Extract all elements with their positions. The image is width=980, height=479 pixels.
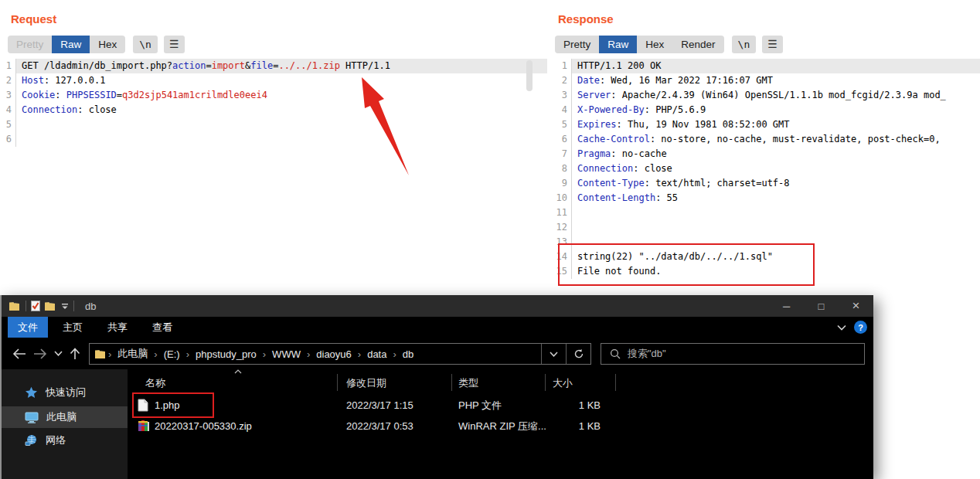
- response-line[interactable]: 14string(22) "../data/db/../../1.sql": [549, 250, 980, 264]
- address-dropdown-chevron-icon[interactable]: [541, 344, 566, 364]
- response-line[interactable]: 6Cache-Control: no-store, no-cache, must…: [549, 132, 980, 147]
- explorer-titlebar[interactable]: db ─□×: [2, 295, 873, 317]
- line-text: Cache-Control: no-store, no-cache, must-…: [571, 132, 980, 147]
- line-text: Content-Length: 55: [571, 191, 980, 206]
- address-bar[interactable]: ›此电脑›(E:)›phpstudy_pro›WWW›diaoyu6›data›…: [89, 343, 591, 365]
- folder-icon[interactable]: [45, 301, 56, 311]
- history-dropdown-icon[interactable]: [54, 351, 63, 356]
- toolbar-dropdown-icon[interactable]: [61, 303, 69, 310]
- line-number: 12: [549, 220, 571, 235]
- response-line[interactable]: 10Content-Length: 55: [549, 191, 980, 206]
- response-line[interactable]: 5Expires: Thu, 19 Nov 1981 08:52:00 GMT: [549, 117, 980, 132]
- line-number: 6: [549, 132, 571, 147]
- hamburger-menu-icon[interactable]: ☰: [762, 36, 783, 53]
- request-line[interactable]: 5: [0, 117, 547, 132]
- column-header-0[interactable]: 名称: [145, 372, 165, 393]
- column-header-2[interactable]: 类型: [458, 372, 478, 393]
- line-text: Cookie: PHPSESSID=q3d2sjp541am1crilmdle0…: [15, 88, 547, 103]
- request-line[interactable]: 3Cookie: PHPSESSID=q3d2sjp541am1crilmdle…: [0, 88, 547, 103]
- breadcrumb-separator: ›: [107, 348, 113, 360]
- response-line[interactable]: 3Server: Apache/2.4.39 (Win64) OpenSSL/1…: [549, 88, 980, 103]
- request-scrollbar-thumb[interactable]: [526, 60, 533, 91]
- request-line[interactable]: 6: [0, 132, 547, 147]
- line-text: HTTP/1.1 200 OK: [571, 59, 980, 73]
- tab-hex[interactable]: Hex: [637, 36, 672, 53]
- breadcrumb-item[interactable]: WWW: [267, 348, 305, 360]
- tab-render[interactable]: Render: [672, 36, 723, 53]
- response-line[interactable]: 15File not found.: [549, 264, 980, 279]
- breadcrumb-item[interactable]: (E:): [159, 348, 185, 360]
- breadcrumb-item[interactable]: diaoyu6: [311, 348, 356, 360]
- response-line[interactable]: 12: [549, 220, 980, 235]
- sidebar-item-network[interactable]: 网络: [2, 430, 128, 451]
- hamburger-menu-icon[interactable]: ☰: [164, 36, 185, 53]
- column-header-3[interactable]: 大小: [553, 372, 573, 393]
- line-number: 1: [549, 59, 571, 73]
- sidebar-item-computer[interactable]: 此电脑: [2, 406, 128, 428]
- response-line[interactable]: 8Connection: close: [549, 161, 980, 176]
- tab-raw[interactable]: Raw: [599, 36, 637, 53]
- file-row[interactable]: 1.php2022/3/17 1:15PHP 文件1 KB: [128, 395, 873, 416]
- response-line[interactable]: 13: [549, 235, 980, 250]
- maximize-button[interactable]: □: [804, 295, 839, 317]
- tab-hex[interactable]: Hex: [90, 36, 125, 53]
- menu-tab-share[interactable]: 共享: [97, 317, 138, 338]
- line-text: Date: Wed, 16 Mar 2022 17:16:07 GMT: [571, 73, 980, 88]
- request-line[interactable]: 2Host: 127.0.0.1: [0, 73, 547, 88]
- help-icon[interactable]: ?: [854, 321, 867, 334]
- checked-document-icon[interactable]: [31, 301, 40, 311]
- response-line[interactable]: 2Date: Wed, 16 Mar 2022 17:16:07 GMT: [549, 73, 980, 88]
- line-text: [571, 206, 980, 220]
- request-line[interactable]: 4Connection: close: [0, 103, 547, 117]
- response-editor[interactable]: 1HTTP/1.1 200 OK2Date: Wed, 16 Mar 2022 …: [549, 59, 980, 294]
- back-icon[interactable]: [12, 348, 26, 359]
- line-text: Pragma: no-cache: [571, 147, 980, 161]
- file-size: 1 KB: [545, 416, 601, 437]
- line-number: 15: [549, 264, 571, 279]
- response-line[interactable]: 7Pragma: no-cache: [549, 147, 980, 161]
- response-line[interactable]: 9Content-Type: text/html; charset=utf-8: [549, 176, 980, 191]
- line-number: 9: [549, 176, 571, 191]
- sidebar-item-label: 快速访问: [46, 386, 86, 399]
- response-line[interactable]: 11: [549, 206, 980, 220]
- breadcrumb-item[interactable]: db: [398, 348, 418, 360]
- breadcrumb-item[interactable]: data: [362, 348, 391, 360]
- column-header-1[interactable]: 修改日期: [346, 372, 386, 393]
- toolbar-separator: [73, 301, 74, 311]
- column-separator[interactable]: [337, 374, 338, 391]
- file-row[interactable]: 20220317-005330.zip2022/3/17 0:53WinRAR …: [128, 416, 873, 437]
- message-view-tabs: PrettyRawHexRender: [555, 36, 724, 53]
- tab-raw[interactable]: Raw: [52, 36, 90, 53]
- request-line[interactable]: 1GET /ldadmin/db_import.php?action=impor…: [0, 59, 547, 73]
- forward-icon[interactable]: [33, 348, 47, 359]
- breadcrumb-item[interactable]: 此电脑: [113, 347, 152, 361]
- column-separator[interactable]: [615, 374, 616, 391]
- newline-toggle-button[interactable]: \n: [732, 36, 757, 53]
- close-button[interactable]: ×: [839, 295, 873, 317]
- breadcrumb-separator: ›: [185, 348, 191, 360]
- sort-ascending-icon[interactable]: [234, 369, 242, 374]
- response-line[interactable]: 4X-Powered-By: PHP/5.6.9: [549, 103, 980, 117]
- line-text: [571, 235, 980, 250]
- breadcrumb-separator: ›: [391, 348, 397, 360]
- sidebar-item-star[interactable]: 快速访问: [2, 382, 128, 403]
- column-separator[interactable]: [451, 374, 452, 391]
- request-editor[interactable]: 1GET /ldadmin/db_import.php?action=impor…: [0, 59, 547, 294]
- tab-pretty[interactable]: Pretty: [555, 36, 599, 53]
- ribbon-collapse-chevron-down-icon[interactable]: [837, 324, 846, 331]
- line-number: 4: [0, 103, 15, 117]
- breadcrumb-item[interactable]: phpstudy_pro: [191, 348, 261, 360]
- newline-toggle-button[interactable]: \n: [133, 36, 158, 53]
- menu-tab-home[interactable]: 主页: [53, 317, 93, 338]
- tab-pretty[interactable]: Pretty: [8, 36, 52, 53]
- minimize-button[interactable]: ─: [769, 295, 804, 317]
- line-number: 10: [549, 191, 571, 206]
- menu-tab-view[interactable]: 查看: [142, 317, 182, 338]
- column-separator[interactable]: [545, 374, 546, 391]
- refresh-icon[interactable]: [566, 344, 590, 364]
- window-title: db: [85, 301, 96, 312]
- menu-tab-file[interactable]: 文件: [8, 317, 48, 338]
- search-input[interactable]: 搜索"db": [601, 343, 865, 365]
- up-icon[interactable]: [70, 348, 80, 360]
- response-line[interactable]: 1HTTP/1.1 200 OK: [549, 59, 980, 73]
